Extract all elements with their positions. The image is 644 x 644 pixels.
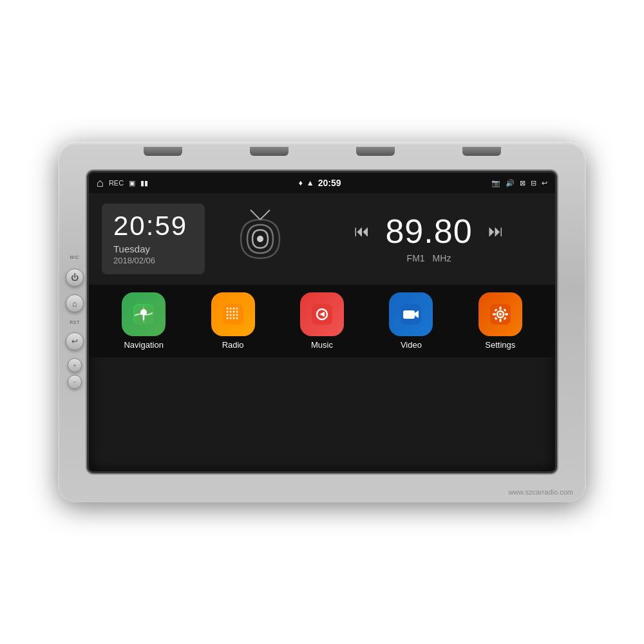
- svg-point-19: [226, 317, 228, 319]
- status-bar: ⌂ REC ▣ ▮▮ ♦ ▲ 20:59 📷 🔊 ⊠ ⊟ ↩: [89, 173, 555, 193]
- car-head-unit: MIC ⏻ ⌂ RST ↩ ＋ － ⌂ REC ▣ ▮▮: [58, 142, 586, 502]
- music-label: Music: [311, 340, 333, 350]
- nav-svg: [132, 303, 155, 326]
- android-home-icon[interactable]: ⌂: [97, 176, 104, 190]
- settings-icon: [478, 292, 522, 336]
- svg-point-8: [229, 308, 231, 310]
- clock-box: 20:59 Tuesday 2018/02/06: [102, 204, 205, 274]
- svg-rect-31: [499, 319, 501, 322]
- status-bar-center: ♦ ▲ 20:59: [299, 178, 341, 188]
- vol-up-icon: ＋: [72, 362, 77, 369]
- left-button-panel: MIC ⏻ ⌂ RST ↩ ＋ －: [66, 255, 84, 389]
- antenna-signal-icon: [228, 207, 292, 271]
- svg-point-15: [226, 314, 228, 316]
- volume-controls: ＋ －: [68, 358, 82, 389]
- svg-line-2: [260, 210, 270, 220]
- svg-point-11: [226, 311, 228, 313]
- svg-point-12: [229, 311, 231, 313]
- rec-icon: REC: [109, 179, 124, 187]
- frequency-box: ⏮ 89.80 ⏭ FM1 MHz: [316, 204, 542, 274]
- main-content: 20:59 Tuesday 2018/02/06: [89, 193, 555, 357]
- svg-point-17: [232, 314, 234, 316]
- status-bar-right: 📷 🔊 ⊠ ⊟ ↩: [491, 179, 547, 187]
- vol-down-icon: －: [72, 379, 77, 386]
- svg-point-5: [140, 309, 147, 316]
- prev-station-button[interactable]: ⏮: [354, 222, 370, 240]
- app-settings[interactable]: Settings: [459, 292, 542, 350]
- radio-panel: 20:59 Tuesday 2018/02/06: [89, 193, 555, 285]
- mic-label: MIC: [70, 255, 79, 260]
- svg-rect-32: [493, 314, 496, 316]
- navigation-label: Navigation: [124, 340, 163, 350]
- rst-label: RST: [70, 320, 80, 325]
- location-pin-icon: ♦: [299, 178, 303, 187]
- battery-icon: ▮▮: [140, 179, 148, 187]
- power-button[interactable]: ⏻: [66, 269, 84, 287]
- clock-date: 2018/02/06: [113, 256, 193, 265]
- app-video[interactable]: Video: [369, 292, 453, 350]
- status-time: 20:59: [318, 178, 341, 188]
- app-navigation[interactable]: Navigation: [102, 292, 185, 350]
- top-clips: [58, 147, 586, 156]
- frequency-info: FM1 MHz: [407, 253, 451, 263]
- clip-1: [144, 147, 182, 156]
- video-svg: [399, 303, 422, 326]
- wifi-icon: ▲: [307, 178, 314, 187]
- svg-point-29: [499, 313, 502, 316]
- clip-3: [356, 147, 395, 156]
- svg-point-9: [232, 308, 234, 310]
- window-icon: ⊟: [531, 179, 536, 187]
- svg-point-7: [226, 308, 228, 310]
- radio-svg: [222, 303, 245, 326]
- clip-2: [250, 147, 289, 156]
- svg-rect-30: [499, 307, 501, 310]
- signal-box: [215, 204, 305, 274]
- next-station-button[interactable]: ⏭: [488, 222, 504, 240]
- svg-point-0: [257, 236, 263, 242]
- frequency-display: 89.80: [385, 214, 472, 248]
- video-icon: [389, 292, 433, 336]
- svg-point-20: [229, 317, 231, 319]
- app-radio[interactable]: Radio: [191, 292, 274, 350]
- volume-icon: 🔊: [506, 179, 515, 187]
- camera-icon: 📷: [491, 179, 500, 187]
- android-back-icon[interactable]: ↩: [542, 179, 547, 187]
- svg-point-14: [236, 311, 238, 313]
- settings-label: Settings: [485, 340, 515, 350]
- back-icon: ↩: [71, 337, 78, 346]
- svg-point-22: [236, 317, 238, 319]
- home-button[interactable]: ⌂: [66, 294, 84, 312]
- status-bar-left: ⌂ REC ▣ ▮▮: [97, 176, 148, 190]
- svg-point-16: [229, 314, 231, 316]
- svg-point-13: [232, 311, 234, 313]
- music-icon: [300, 292, 344, 336]
- website-label: www.szcarradio.com: [508, 488, 573, 496]
- app-music[interactable]: Music: [280, 292, 364, 350]
- frequency-controls: ⏮ 89.80 ⏭: [316, 214, 542, 248]
- screen-icon: ⊠: [520, 179, 526, 187]
- radio-band: FM1: [407, 253, 425, 263]
- svg-point-18: [236, 314, 238, 316]
- radio-icon: [211, 292, 255, 336]
- svg-rect-33: [505, 314, 508, 316]
- clock-time: 20:59: [113, 213, 193, 240]
- video-label: Video: [401, 340, 422, 350]
- svg-rect-26: [403, 310, 415, 319]
- settings-svg: [489, 303, 512, 326]
- navigation-icon: [122, 292, 166, 336]
- music-svg: [310, 303, 334, 326]
- radio-unit: MHz: [433, 253, 451, 263]
- svg-point-21: [232, 317, 234, 319]
- sim-icon: ▣: [129, 179, 135, 187]
- svg-line-1: [251, 210, 260, 220]
- volume-down-button[interactable]: －: [68, 375, 82, 389]
- power-icon: ⏻: [71, 273, 79, 282]
- apps-row: Navigation: [89, 285, 555, 357]
- volume-up-button[interactable]: ＋: [68, 358, 82, 372]
- screen: ⌂ REC ▣ ▮▮ ♦ ▲ 20:59 📷 🔊 ⊠ ⊟ ↩: [87, 171, 557, 473]
- clip-4: [462, 147, 501, 156]
- back-button[interactable]: ↩: [66, 332, 84, 350]
- svg-point-10: [236, 308, 238, 310]
- radio-label: Radio: [222, 340, 244, 350]
- clock-day: Tuesday: [113, 243, 193, 254]
